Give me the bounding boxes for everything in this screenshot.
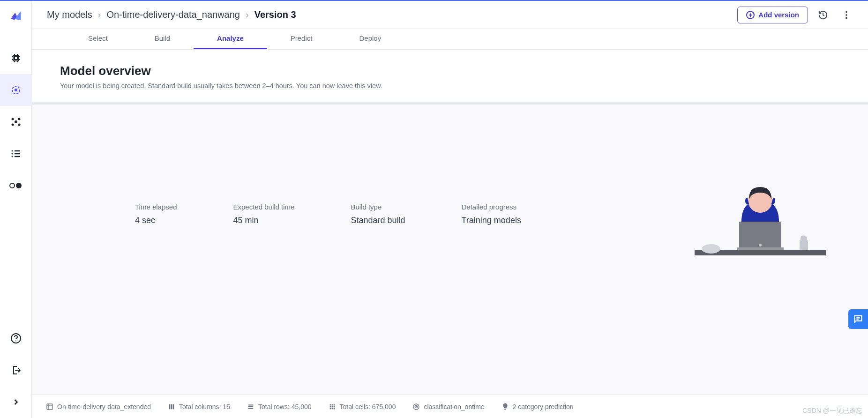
svg-rect-36 <box>800 240 808 250</box>
content-area: Time elapsed 4 sec Expected build time 4… <box>32 104 868 395</box>
svg-rect-47 <box>331 404 333 405</box>
stat-value: Standard build <box>351 216 405 225</box>
svg-rect-46 <box>329 404 331 405</box>
svg-rect-37 <box>47 404 52 410</box>
tab-select[interactable]: Select <box>65 34 131 49</box>
svg-rect-44 <box>248 406 254 407</box>
tab-deploy[interactable]: Deploy <box>336 34 404 49</box>
svg-point-57 <box>416 406 417 407</box>
stat-build-type: Build type Standard build <box>351 203 405 225</box>
chat-fab-icon[interactable] <box>848 309 868 329</box>
page-subtitle: Your model is being created. Standard bu… <box>60 82 840 90</box>
nav-toggle-icon[interactable] <box>0 170 32 202</box>
breadcrumb-project[interactable]: On-time-delivery-data_nanwang <box>106 9 240 20</box>
svg-rect-52 <box>329 408 331 409</box>
app-logo <box>9 10 22 23</box>
watermark: CSDN @一见已难忘 <box>802 407 862 415</box>
svg-rect-54 <box>333 408 335 409</box>
nav-graph-icon[interactable] <box>0 106 32 138</box>
nav-expand-icon[interactable] <box>0 386 32 418</box>
svg-rect-43 <box>248 404 254 405</box>
svg-point-14 <box>18 118 20 120</box>
footer-prediction: 2 category prediction <box>501 403 574 411</box>
overview-header: Model overview Your model is being creat… <box>32 50 868 104</box>
svg-rect-40 <box>169 404 171 409</box>
svg-point-15 <box>11 124 14 126</box>
stat-value: 45 min <box>233 216 295 225</box>
add-version-label: Add version <box>758 11 799 19</box>
working-illustration <box>695 175 826 259</box>
svg-rect-42 <box>173 404 174 409</box>
stat-label: Detailed progress <box>462 203 521 211</box>
breadcrumb: My models › On-time-delivery-data_nanwan… <box>47 9 296 20</box>
topbar: My models › On-time-delivery-data_nanwan… <box>32 1 868 29</box>
svg-point-27 <box>846 11 847 13</box>
tab-build[interactable]: Build <box>131 34 194 49</box>
svg-rect-45 <box>248 408 254 409</box>
footer-cells: Total cells: 675,000 <box>329 403 396 411</box>
history-icon[interactable] <box>815 7 831 23</box>
breadcrumb-version: Version 3 <box>254 9 296 20</box>
svg-rect-0 <box>13 55 19 61</box>
stat-label: Expected build time <box>233 203 295 211</box>
svg-rect-48 <box>333 404 335 405</box>
svg-rect-51 <box>333 406 335 407</box>
page-title: Model overview <box>60 64 840 78</box>
footer-target: classification_ontime <box>412 403 484 411</box>
svg-rect-41 <box>171 404 172 409</box>
svg-point-33 <box>759 244 762 246</box>
svg-point-21 <box>11 156 13 157</box>
sidebar <box>0 1 32 418</box>
tab-analyze[interactable]: Analyze <box>194 34 267 49</box>
plus-circle-icon: + <box>746 11 755 19</box>
breadcrumb-root[interactable]: My models <box>47 9 92 20</box>
footer-dataset: On-time-delivery-data_extended <box>46 403 151 411</box>
chevron-right-icon: › <box>246 9 249 20</box>
svg-rect-50 <box>331 406 333 407</box>
stat-label: Time elapsed <box>135 203 177 211</box>
stat-label: Build type <box>351 203 405 211</box>
tab-predict[interactable]: Predict <box>267 34 336 49</box>
stats-row: Time elapsed 4 sec Expected build time 4… <box>32 203 521 225</box>
add-version-button[interactable]: + Add version <box>737 7 808 23</box>
svg-point-26 <box>15 341 16 342</box>
svg-point-35 <box>702 244 720 254</box>
stat-value: 4 sec <box>135 216 177 225</box>
svg-point-19 <box>11 153 13 155</box>
nav-logout-icon[interactable] <box>0 354 32 386</box>
more-menu-icon[interactable] <box>838 7 855 23</box>
svg-point-12 <box>15 120 17 123</box>
svg-rect-32 <box>737 247 784 250</box>
svg-rect-1 <box>15 57 17 60</box>
stat-time-elapsed: Time elapsed 4 sec <box>135 203 177 225</box>
footer-bar: On-time-delivery-data_extended Total col… <box>32 395 868 418</box>
chevron-right-icon: › <box>98 9 101 20</box>
nav-analyze-icon[interactable] <box>0 74 32 106</box>
svg-point-28 <box>846 14 847 16</box>
svg-point-13 <box>11 118 14 120</box>
footer-columns: Total columns: 15 <box>168 403 230 411</box>
svg-point-29 <box>846 17 847 19</box>
svg-point-11 <box>15 89 17 91</box>
nav-help-icon[interactable] <box>0 322 32 354</box>
svg-point-23 <box>10 183 15 188</box>
footer-rows: Total rows: 45,000 <box>247 403 312 411</box>
nav-chip-icon[interactable] <box>0 42 32 74</box>
svg-point-16 <box>18 124 20 126</box>
svg-point-24 <box>16 183 22 188</box>
tabs: Select Build Analyze Predict Deploy <box>32 29 868 50</box>
svg-point-17 <box>11 150 13 152</box>
stat-progress: Detailed progress Training models <box>462 203 521 225</box>
svg-rect-49 <box>329 406 331 407</box>
svg-rect-53 <box>331 408 333 409</box>
nav-list-icon[interactable] <box>0 138 32 170</box>
stat-expected: Expected build time 45 min <box>233 203 295 225</box>
stat-value: Training models <box>462 216 521 225</box>
